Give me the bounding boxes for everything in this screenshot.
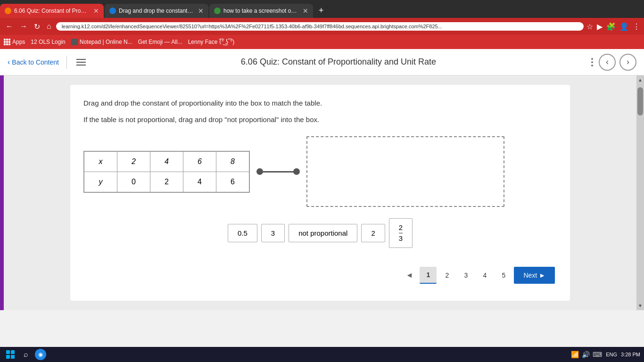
table-header-4: 4	[150, 151, 183, 172]
tab-1[interactable]: 6.06 Quiz: Constant of Proportio... ✕	[0, 4, 104, 18]
scrollbar[interactable]: ▲ ▼	[636, 75, 644, 310]
prev-page-arrow[interactable]: ‹	[599, 54, 616, 71]
address-input[interactable]	[56, 22, 584, 31]
pagination-page-2[interactable]: 2	[438, 267, 455, 284]
answer-chip-2[interactable]: 2	[361, 224, 385, 242]
taskbar-system-icons: 📶 🔊 ⌨	[571, 351, 602, 358]
new-tab-button[interactable]: +	[315, 6, 328, 16]
tab-3[interactable]: how to take a screenshot on lapto... ✕	[209, 4, 313, 18]
search-taskbar-icon[interactable]: ⌕	[21, 349, 31, 360]
win-sq-4	[11, 355, 15, 359]
top-nav: ‹ Back to Content 6.06 Quiz: Constant of…	[0, 49, 644, 75]
instruction-1: Drag and drop the constant of proportion…	[83, 98, 557, 109]
pagination-page-5[interactable]: 5	[495, 267, 512, 284]
tab-1-label: 6.06 Quiz: Constant of Proportio...	[14, 8, 89, 14]
taskbar-time: 3:28 PM	[621, 352, 640, 357]
bookmark-ols-label: 12 OLS Login	[31, 39, 65, 45]
nav-options-menu[interactable]	[589, 56, 595, 68]
table-header-x: x	[84, 151, 117, 172]
taskbar-right: 📶 🔊 ⌨ ENG 3:28 PM	[571, 351, 640, 358]
tab-2-close[interactable]: ✕	[198, 7, 204, 15]
nav-separator	[66, 56, 67, 69]
table-cell-4: 4	[183, 172, 216, 192]
windows-start-button[interactable]	[4, 348, 17, 361]
pagination-page-1[interactable]: 1	[420, 267, 437, 284]
notepad-favicon	[71, 39, 78, 45]
quiz-card: Drag and drop the constant of proportion…	[70, 85, 570, 301]
drag-area: x 2 4 6 8 y 0 2	[83, 136, 557, 207]
cortana-icon[interactable]: ◉	[35, 349, 46, 360]
answer-chip-0.5[interactable]: 0.5	[228, 224, 257, 242]
instruction-2: If the table is not proportional, drag a…	[83, 115, 557, 125]
volume-icon[interactable]: 🔊	[582, 351, 590, 358]
bookmark-lenny[interactable]: Lenny Face (͡° ͜ʖ ͡°)	[188, 39, 235, 45]
table-header-8: 8	[216, 151, 249, 172]
taskbar-language: ENG	[606, 352, 617, 357]
tab-3-favicon	[214, 8, 221, 14]
menu-icon[interactable]: ⋮	[633, 22, 640, 31]
data-table: x 2 4 6 8 y 0 2	[84, 151, 249, 192]
address-bar: ← → ↻ ⌂ ☆ ▶ 🧩 👤 ⋮	[0, 18, 644, 35]
arrow-left-dot	[256, 168, 263, 175]
answer-chip-not-proportional[interactable]: not proportional	[289, 224, 357, 242]
browser-chrome: 6.06 Quiz: Constant of Proportio... ✕ Dr…	[0, 0, 644, 49]
bookmark-apps[interactable]: Apps	[4, 39, 25, 45]
tab-1-favicon	[5, 8, 11, 14]
bookmark-lenny-label: Lenny Face (͡° ͜ʖ ͡°)	[188, 39, 235, 45]
page-title: 6.06 Quiz: Constant of Proportionality a…	[88, 57, 589, 67]
hamburger-menu[interactable]	[74, 57, 88, 67]
bookmark-emoji-label: Get Emoji — All...	[138, 39, 182, 45]
network-icon[interactable]: 📶	[571, 351, 579, 358]
bookmark-notepad[interactable]: Notepad | Online N...	[71, 39, 132, 45]
address-icons: ☆ ▶ 🧩 👤 ⋮	[586, 22, 640, 31]
hamburger-line-1	[76, 59, 86, 60]
answer-chip-2-3[interactable]: 2 3	[389, 218, 413, 248]
table-header-2: 2	[117, 151, 150, 172]
proportionality-table: x 2 4 6 8 y 0 2	[83, 151, 250, 193]
bookmark-ols[interactable]: 12 OLS Login	[31, 39, 65, 45]
answer-chip-2-label: 2	[371, 229, 375, 237]
tab-1-close[interactable]: ✕	[93, 7, 99, 15]
nav-arrows: ‹ ›	[599, 54, 636, 71]
nav-dot-1	[591, 58, 593, 60]
nav-dot-2	[591, 61, 593, 63]
tab-bar: 6.06 Quiz: Constant of Proportio... ✕ Dr…	[0, 0, 644, 18]
bookmark-notepad-label: Notepad | Online N...	[80, 39, 132, 45]
win-sq-3	[6, 355, 10, 359]
home-button[interactable]: ⌂	[45, 21, 53, 32]
answer-chip-3-label: 3	[271, 229, 275, 237]
next-page-arrow[interactable]: ›	[619, 54, 636, 71]
table-cell-0: 0	[117, 172, 150, 192]
youtube-icon[interactable]: ▶	[597, 22, 603, 31]
table-header-6: 6	[183, 151, 216, 172]
content-area: Drag and drop the constant of proportion…	[0, 75, 644, 310]
pagination-page-3[interactable]: 3	[457, 267, 474, 284]
tab-2-label: Drag and drop the constant of p...	[119, 8, 193, 14]
tab-2-favicon	[109, 8, 116, 14]
win-sq-1	[6, 350, 10, 354]
tab-3-close[interactable]: ✕	[303, 7, 308, 15]
bookmark-emoji[interactable]: Get Emoji — All...	[138, 39, 182, 45]
star-icon[interactable]: ☆	[586, 22, 593, 31]
profile-icon[interactable]: 👤	[619, 22, 629, 31]
keyboard-icon[interactable]: ⌨	[593, 351, 602, 358]
arrow-connector	[259, 171, 297, 173]
bookmark-apps-label: Apps	[12, 39, 25, 45]
pagination-page-4[interactable]: 4	[476, 267, 493, 284]
pagination: ◄ 1 2 3 4 5 Next ►	[83, 259, 557, 288]
hamburger-line-2	[76, 62, 86, 63]
tab-2[interactable]: Drag and drop the constant of p... ✕	[105, 4, 208, 18]
main-content: Drag and drop the constant of proportion…	[4, 75, 636, 310]
table-row-label-y: y	[84, 172, 117, 192]
scrollbar-thumb[interactable]	[637, 87, 643, 115]
hamburger-line-3	[76, 65, 86, 66]
drop-zone[interactable]	[306, 136, 504, 207]
answer-chip-3[interactable]: 3	[261, 224, 285, 242]
back-button[interactable]: ←	[4, 21, 15, 32]
extensions-icon[interactable]: 🧩	[606, 22, 616, 31]
refresh-button[interactable]: ↻	[32, 21, 42, 32]
back-to-content-link[interactable]: ‹ Back to Content	[8, 58, 59, 66]
next-button[interactable]: Next ►	[514, 267, 555, 284]
forward-button[interactable]: →	[18, 21, 29, 32]
pagination-prev-button[interactable]: ◄	[401, 267, 418, 284]
